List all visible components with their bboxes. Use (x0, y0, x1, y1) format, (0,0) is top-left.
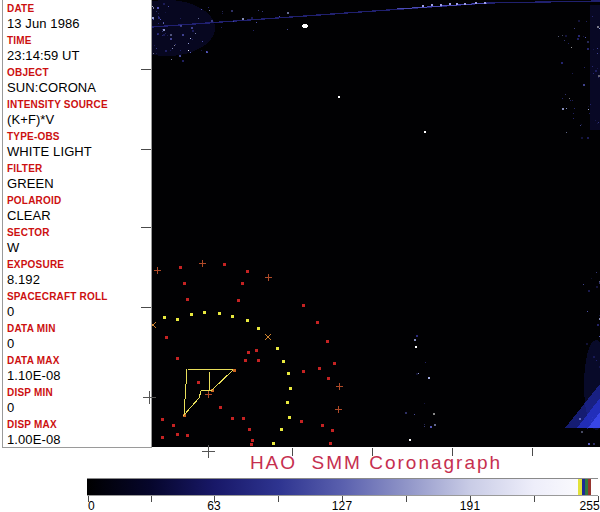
metadata-field: TYPE-OBSWHITE LIGHT (4, 128, 151, 160)
yellow-marker-dot (287, 372, 290, 375)
speckle (175, 44, 176, 45)
yellow-marker-dot (231, 315, 234, 318)
speckle (153, 7, 154, 8)
speckle (588, 443, 590, 445)
red-marker-dot (321, 424, 324, 427)
speckle (561, 62, 563, 64)
speckle (182, 34, 184, 36)
speckle (192, 39, 193, 40)
metadata-sidebar: DATE13 Jun 1986TIME23:14:59 UTOBJECTSUN:… (4, 0, 151, 447)
plus-marker (268, 274, 269, 281)
field-label: FILTER (7, 164, 151, 174)
speckle (190, 52, 191, 53)
plus-marker (208, 391, 209, 398)
speckle (168, 6, 169, 7)
speckle (182, 60, 184, 62)
red-marker-dot (327, 377, 330, 380)
speckle (209, 10, 210, 11)
speckle (598, 77, 599, 78)
speckle (414, 339, 416, 341)
smm-viewer-window: { "sidebar": { "label_color": "#cc1010",… (0, 0, 600, 512)
streak-dot (464, 3, 466, 5)
yellow-marker-dot (276, 347, 279, 350)
field-label: DISP MIN (7, 388, 151, 398)
red-marker-dot (176, 433, 179, 436)
colorbar-tick (151, 496, 152, 502)
red-marker-dot (300, 420, 303, 423)
axis-tick-left (141, 149, 151, 150)
blue-streak-bright (397, 3, 487, 9)
speckle (591, 278, 592, 279)
speckle (153, 53, 154, 54)
field-label: INTENSITY SOURCE (7, 100, 151, 110)
blue-streak (152, 1, 600, 27)
speckle (418, 373, 419, 374)
speckle (583, 284, 584, 285)
speckle (165, 33, 166, 34)
red-marker-dot (231, 417, 234, 420)
speckle (156, 11, 157, 12)
red-marker-dot (242, 417, 245, 420)
field-value: W (7, 240, 151, 255)
speckle (558, 36, 559, 37)
speckle (160, 19, 161, 20)
yellow-marker-dot (190, 313, 193, 316)
speckle (564, 40, 565, 41)
colorbar-tick-label: 127 (332, 499, 353, 512)
metadata-field: DISP MIN0 (4, 384, 151, 416)
speckle (158, 16, 159, 17)
yellow-marker-dot (286, 401, 289, 404)
speckle (595, 120, 596, 121)
speckle (416, 335, 418, 337)
speckle (566, 132, 567, 133)
speckle (424, 424, 425, 425)
speckle (233, 21, 234, 22)
speckle (587, 311, 588, 312)
colorbar-tick-label: 191 (460, 499, 481, 512)
speckle (165, 12, 166, 13)
speckle (578, 20, 580, 22)
red-marker-dot (255, 349, 258, 352)
plus-marker (202, 260, 203, 267)
speckle (163, 23, 164, 24)
colorbar-tick (534, 496, 535, 502)
speckle (253, 30, 254, 31)
speckle (434, 424, 436, 426)
speckle (574, 28, 575, 29)
red-marker-dot (237, 299, 240, 302)
metadata-field: TIME23:14:59 UT (4, 32, 151, 64)
yellow-marker-dot (288, 416, 291, 419)
speckle (279, 16, 280, 17)
bright-spot (409, 439, 411, 441)
speckle (570, 100, 571, 101)
bright-spot (415, 346, 418, 349)
speckle (163, 22, 164, 23)
speckle (154, 45, 155, 46)
field-label: EXPOSURE (7, 260, 151, 270)
coronagraph-overlay (152, 0, 600, 447)
speckle (162, 31, 163, 32)
field-label: SECTOR (7, 228, 151, 238)
speckle (171, 59, 172, 60)
speckle (581, 137, 583, 139)
speckle (585, 37, 586, 38)
yellow-marker-dot (163, 316, 166, 319)
red-marker-dot (251, 439, 254, 442)
coronagraph-image-panel (152, 0, 600, 447)
red-marker-dot (197, 381, 200, 384)
speckle (597, 53, 598, 54)
speckle (172, 48, 173, 49)
speckle (174, 45, 175, 46)
bright-spot (302, 24, 308, 28)
red-marker-dot (176, 357, 179, 360)
speckle (572, 100, 573, 101)
speckle (221, 27, 222, 28)
speckle (167, 35, 168, 36)
speckle (242, 18, 244, 20)
streak-dot (456, 3, 458, 5)
metadata-field: OBJECTSUN:CORONA (4, 64, 151, 96)
streak-dot (475, 2, 477, 4)
metadata-field: DATA MIN0 (4, 320, 151, 352)
colorbar-tick (278, 496, 279, 502)
speckle (163, 34, 165, 36)
